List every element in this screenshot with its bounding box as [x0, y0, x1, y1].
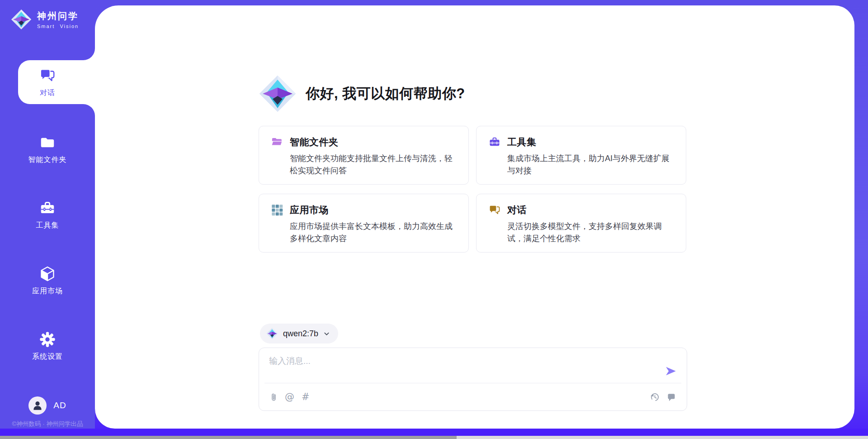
- main-panel: 你好, 我可以如何帮助你? 智能文件夹 智能文件夹功能支持批量文件上传与清洗，轻…: [95, 5, 854, 429]
- sidebar-item-toolset[interactable]: 工具集: [0, 192, 95, 238]
- chat-home: 你好, 我可以如何帮助你? 智能文件夹 智能文件夹功能支持批量文件上传与清洗，轻…: [259, 5, 687, 429]
- folder-icon: [39, 134, 56, 151]
- card-description: 灵活切换多模型文件，支持多样回复效果调试，满足个性化需求: [507, 220, 674, 245]
- avatar: [28, 396, 47, 415]
- send-button[interactable]: [664, 364, 678, 378]
- card-chat[interactable]: 对话 灵活切换多模型文件，支持多样回复效果调试，满足个性化需求: [476, 194, 686, 253]
- send-icon: [665, 365, 677, 377]
- sidebar-item-label: 工具集: [36, 221, 59, 230]
- toolbox-icon: [39, 200, 56, 217]
- assistant-logo-icon: [259, 75, 297, 113]
- folder-open-icon: [271, 136, 283, 148]
- brand-name: 神州问学: [37, 10, 79, 22]
- chat-icon: [39, 67, 56, 84]
- card-description: 智能文件夹功能支持批量文件上传与清洗，轻松实现文件问答: [290, 153, 457, 177]
- card-smart-folder[interactable]: 智能文件夹 智能文件夹功能支持批量文件上传与清洗，轻松实现文件问答: [259, 126, 469, 185]
- message-input[interactable]: [269, 355, 652, 381]
- attachment-button[interactable]: [270, 391, 278, 403]
- gear-icon: [39, 331, 56, 348]
- bottom-strip: [0, 429, 868, 436]
- chevron-down-icon: [323, 330, 330, 337]
- mention-icon[interactable]: @: [285, 391, 294, 403]
- greeting-text: 你好, 我可以如何帮助你?: [306, 84, 465, 103]
- history-button[interactable]: [650, 391, 660, 403]
- hashtag-icon[interactable]: #: [302, 391, 310, 403]
- cube-icon: [39, 265, 56, 282]
- sidebar-item-chat[interactable]: 对话: [0, 60, 95, 104]
- tab-curve-bottom: [83, 104, 95, 116]
- grid-icon: [271, 204, 283, 216]
- message-composer: @ #: [259, 348, 687, 411]
- toolbox-icon: [488, 136, 501, 148]
- sidebar-item-label: 系统设置: [32, 352, 63, 362]
- person-icon: [32, 400, 43, 411]
- greeting: 你好, 我可以如何帮助你?: [259, 73, 465, 114]
- card-toolset[interactable]: 工具集 集成市场上主流工具，助力AI与外界无缝扩展与对接: [476, 126, 686, 185]
- conversations-button[interactable]: [667, 391, 676, 403]
- card-title: 工具集: [507, 136, 537, 148]
- sidebar: 神州问学 Smart Vision 对话 智能文件夹: [0, 0, 95, 436]
- sidebar-item-label: 应用市场: [32, 286, 63, 296]
- card-title: 智能文件夹: [290, 136, 339, 148]
- sidebar-item-label: 对话: [40, 88, 55, 98]
- brand-logo-icon: [11, 9, 32, 30]
- user-name: AD: [53, 401, 66, 410]
- scrollbar-thumb[interactable]: [0, 436, 457, 439]
- brand-text: 神州问学 Smart Vision: [37, 10, 79, 29]
- chat-icon: [488, 204, 501, 216]
- sidebar-item-settings[interactable]: 系统设置: [0, 324, 95, 369]
- composer-toolbar: @ #: [259, 383, 687, 410]
- card-app-market[interactable]: 应用市场 应用市场提供丰富长文本模板，助力高效生成多样化文章内容: [259, 194, 469, 253]
- sidebar-item-app-market[interactable]: 应用市场: [0, 258, 95, 303]
- card-title: 应用市场: [290, 204, 329, 216]
- brand-subtitle: Smart Vision: [37, 24, 79, 29]
- feature-cards: 智能文件夹 智能文件夹功能支持批量文件上传与清洗，轻松实现文件问答 工具集 集成…: [259, 126, 687, 253]
- paperclip-icon: [270, 392, 278, 402]
- copyright: ©神州数码 · 神州问学出品: [0, 420, 95, 428]
- model-selector[interactable]: qwen2:7b: [260, 324, 338, 344]
- brand: 神州问学 Smart Vision: [11, 9, 79, 30]
- user-profile[interactable]: AD: [0, 396, 95, 415]
- model-logo-icon: [266, 328, 278, 339]
- tab-curve-top: [83, 48, 95, 60]
- sidebar-item-label: 智能文件夹: [28, 155, 67, 165]
- history-icon: [650, 392, 660, 402]
- chat-square-icon: [667, 392, 676, 401]
- card-description: 集成市场上主流工具，助力AI与外界无缝扩展与对接: [507, 153, 674, 177]
- card-description: 应用市场提供丰富长文本模板，助力高效生成多样化文章内容: [290, 220, 457, 245]
- app-window: 神州问学 Smart Vision 对话 智能文件夹: [0, 0, 868, 439]
- horizontal-scrollbar[interactable]: [0, 436, 868, 439]
- sidebar-item-smart-folder[interactable]: 智能文件夹: [0, 127, 95, 172]
- card-title: 对话: [507, 204, 527, 216]
- model-name: qwen2:7b: [283, 329, 318, 339]
